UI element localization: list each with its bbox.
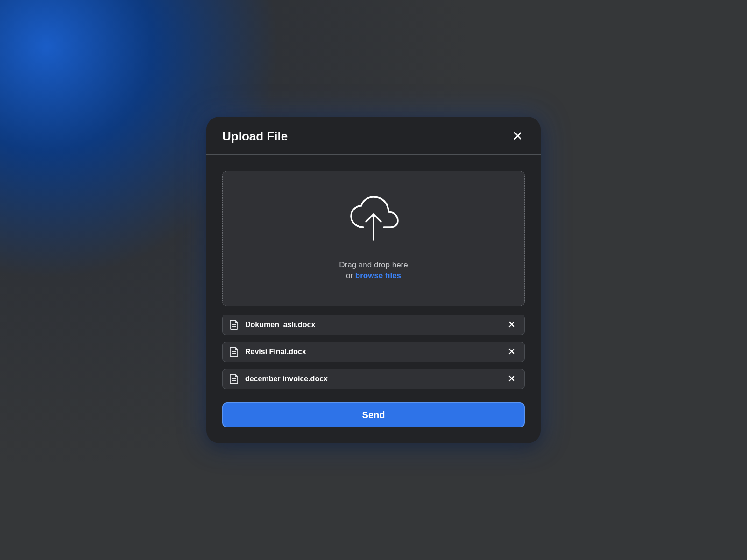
- cloud-upload-icon: [345, 196, 402, 249]
- close-icon: [507, 320, 516, 330]
- upload-modal: Upload File Drag and drop here or b: [206, 117, 541, 443]
- file-icon: [229, 347, 239, 357]
- dropzone[interactable]: Drag and drop here or browse files: [222, 171, 525, 306]
- remove-file-button[interactable]: [506, 318, 518, 332]
- close-icon: [507, 374, 516, 384]
- file-icon: [229, 374, 239, 384]
- close-button[interactable]: [511, 129, 525, 144]
- modal-body: Drag and drop here or browse files Dokum…: [206, 155, 541, 427]
- file-name: Dokumen_asli.docx: [245, 321, 506, 329]
- send-button[interactable]: Send: [222, 402, 525, 427]
- remove-file-button[interactable]: [506, 372, 518, 386]
- modal-header: Upload File: [206, 117, 541, 155]
- file-row: Dokumen_asli.docx: [222, 315, 525, 335]
- file-icon: [229, 320, 239, 330]
- file-row: Revisi Final.docx: [222, 342, 525, 362]
- file-list: Dokumen_asli.docx: [222, 315, 525, 389]
- close-icon: [513, 131, 523, 142]
- file-row: december invoice.docx: [222, 369, 525, 389]
- dropzone-text: Drag and drop here or browse files: [339, 260, 408, 281]
- browse-files-link[interactable]: browse files: [355, 271, 401, 280]
- drag-text: Drag and drop here: [339, 260, 408, 269]
- close-icon: [507, 347, 516, 357]
- modal-title: Upload File: [222, 129, 288, 144]
- file-name: december invoice.docx: [245, 375, 506, 383]
- or-text: or: [346, 271, 355, 280]
- remove-file-button[interactable]: [506, 345, 518, 359]
- file-name: Revisi Final.docx: [245, 348, 506, 356]
